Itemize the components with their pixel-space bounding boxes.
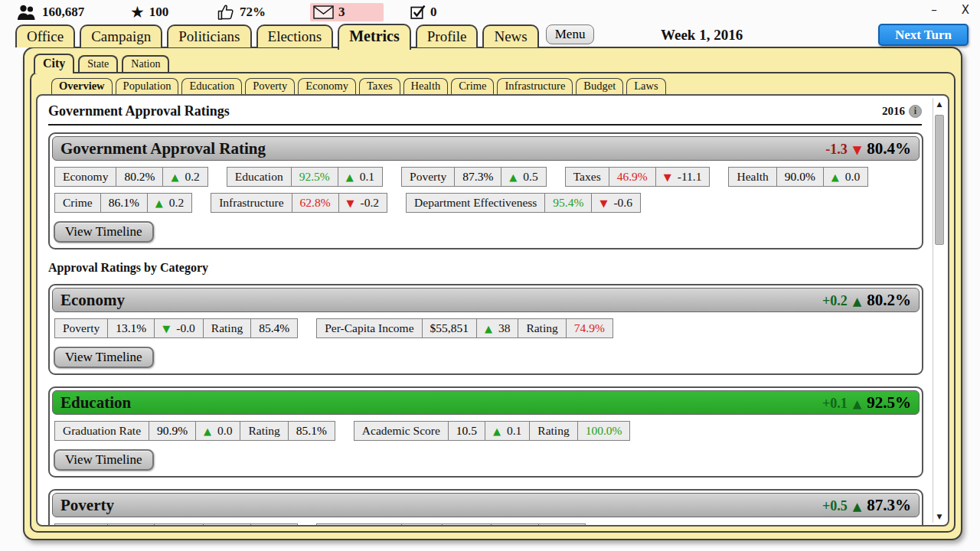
rating-value: 85.4% (250, 319, 297, 337)
stat-health: Health90.0%▲0.0 (728, 167, 868, 187)
thumbs-up-icon (217, 3, 235, 21)
stat-value: 92.5% (291, 168, 338, 186)
section-title: Poverty (60, 496, 114, 515)
stat-label: Per-Capita Income (317, 319, 421, 337)
stat-per-capita-income: Per-Capita Income$55,851▲38Rating74.9% (316, 318, 613, 338)
approval-stat: 72% (217, 3, 266, 21)
scroll-thumb[interactable] (935, 115, 944, 245)
tab-health[interactable]: Health (403, 78, 449, 94)
metric-tab-bar: OverviewPopulationEducationPovertyEconom… (31, 73, 954, 94)
stat-poverty: Poverty13.1%▼-0.0Rating85.4% (54, 318, 298, 338)
section-header-poverty[interactable]: Poverty+0.5▲87.3% (52, 493, 920, 517)
tasks-count: 0 (430, 5, 437, 20)
tab-overview[interactable]: Overview (51, 78, 113, 94)
section-value: 80.4% (867, 139, 911, 158)
tab-state[interactable]: State (78, 55, 118, 72)
section-delta: +0.2 (822, 293, 848, 309)
section-value: 87.3% (867, 496, 911, 515)
stat-value: 86.1% (100, 194, 147, 212)
tab-economy[interactable]: Economy (298, 78, 356, 94)
section-delta: -1.3 (825, 142, 848, 158)
tab-politicians[interactable]: Politicians (167, 24, 251, 47)
section-header-government-approval-rating[interactable]: Government Approval Rating-1.3▼80.4% (52, 136, 920, 161)
scroll-up-arrow[interactable]: ▲ (933, 100, 946, 108)
stat-label: Department Effectiveness (407, 194, 544, 212)
stat-change: ▼-0.0 (154, 524, 203, 525)
view-timeline-button[interactable]: View Timeline (54, 221, 154, 243)
date-display: Week 1, 2016 (661, 27, 743, 44)
political-capital-stat: ★ 100 (130, 3, 168, 21)
change-value: -0.0 (176, 321, 195, 335)
change-value: -11.1 (678, 170, 702, 184)
change-value: -0.6 (613, 196, 632, 210)
view-timeline-button[interactable]: View Timeline (54, 347, 154, 368)
tab-profile[interactable]: Profile (416, 24, 479, 47)
section-trend-arrow-up: ▲ (853, 397, 862, 411)
stat-value: 62.8% (292, 194, 338, 212)
tab-population[interactable]: Population (116, 78, 179, 94)
trend-arrow-up: ▲ (346, 171, 354, 183)
section-title: Government Approval Rating (60, 139, 266, 158)
political-capital-value: 100 (149, 5, 169, 20)
stat-change: ▼-0.2 (338, 194, 387, 212)
tab-news[interactable]: News (482, 24, 538, 47)
section-value: 92.5% (867, 393, 911, 412)
next-turn-button[interactable]: Next Turn (878, 24, 969, 46)
section-trend-arrow-down: ▼ (853, 143, 862, 157)
tab-budget[interactable]: Budget (576, 78, 623, 94)
year-label: 2016 (882, 105, 905, 118)
population-stat: 160,687 (17, 3, 84, 21)
change-value: -0.2 (361, 196, 380, 210)
trend-arrow-up: ▲ (493, 425, 501, 437)
stat-academic-score: Academic Score10.5▲0.1Rating100.0% (354, 421, 631, 441)
section-poverty: Poverty+0.5▲87.3%Poverty13.1%▼-0.0Rating… (48, 489, 923, 525)
tab-campaign[interactable]: Campaign (80, 24, 162, 47)
mail-count: 3 (338, 5, 345, 20)
change-value: 0.0 (845, 170, 860, 184)
trend-arrow-up: ▲ (171, 171, 178, 183)
stat-row: Crime86.1%▲0.2Infrastructure62.8%▼-0.2De… (54, 193, 917, 213)
rating-value: 85.4% (250, 524, 297, 525)
stat-label: Education (227, 168, 291, 186)
view-timeline-button[interactable]: View Timeline (54, 449, 154, 471)
tab-metrics[interactable]: Metrics (338, 24, 411, 50)
stat-value: 90.9% (149, 422, 195, 440)
rating-label: Rating (491, 524, 538, 525)
tab-crime[interactable]: Crime (451, 78, 494, 94)
category-heading: Approval Ratings by Category (48, 261, 929, 275)
stat-label: Poverty (55, 319, 107, 337)
stat-value: 95.4% (544, 194, 591, 212)
tab-poverty[interactable]: Poverty (245, 78, 295, 94)
scrollbar[interactable]: ▲ ▼ (933, 98, 946, 523)
trend-arrow-up: ▲ (155, 197, 163, 209)
mail-stat[interactable]: 3 (310, 3, 384, 21)
tab-office[interactable]: Office (15, 24, 75, 47)
stat-change: ▲0.0 (195, 422, 240, 440)
scroll-down-arrow[interactable]: ▼ (933, 513, 946, 520)
stat-value: 4.6% (401, 524, 442, 525)
stat-change: ▲38 (476, 319, 518, 337)
section-score: +0.5▲87.3% (822, 496, 911, 515)
stat-change: ▼-0.4 (442, 524, 491, 525)
tab-education[interactable]: Education (181, 78, 242, 94)
content-area: Government Approval Ratings 2016 i Gover… (36, 94, 949, 527)
stat-row: Graduation Rate90.9%▲0.0Rating85.1%Acade… (54, 421, 917, 441)
stat-poverty: Poverty13.1%▼-0.0Rating85.4% (54, 523, 298, 525)
tab-city[interactable]: City (34, 54, 74, 73)
stat-change: ▲0.1 (338, 168, 382, 186)
tab-elections[interactable]: Elections (256, 24, 334, 47)
info-icon[interactable]: i (909, 105, 922, 118)
section-header-economy[interactable]: Economy+0.2▲80.2% (52, 288, 920, 312)
stat-change: ▼-0.0 (154, 319, 203, 337)
menu-button[interactable]: Menu (546, 24, 595, 44)
trend-arrow-down: ▼ (664, 171, 671, 183)
tab-taxes[interactable]: Taxes (359, 78, 400, 94)
tab-laws[interactable]: Laws (626, 78, 665, 94)
tab-nation[interactable]: Nation (122, 55, 169, 72)
section-header-education[interactable]: Education+0.1▲92.5% (52, 390, 920, 415)
stat-change: ▼-0.6 (591, 194, 640, 212)
tab-infrastructure[interactable]: Infrastructure (497, 78, 573, 94)
metrics-container: CityStateNation OverviewPopulationEducat… (23, 47, 962, 540)
stat-label: Poverty (402, 168, 454, 186)
section-score: +0.2▲80.2% (822, 291, 911, 310)
